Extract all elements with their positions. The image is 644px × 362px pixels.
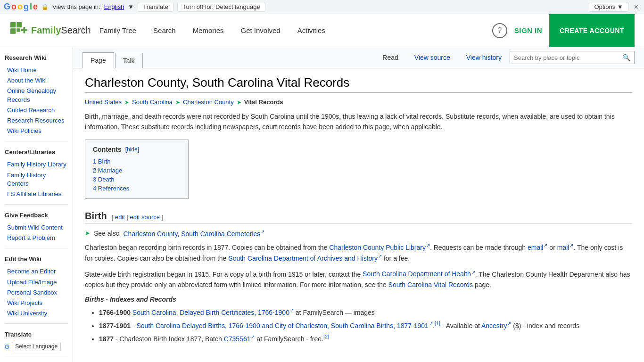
sidebar-item-family-history-library[interactable]: Family History Library — [5, 159, 68, 170]
sidebar-item-upload-file[interactable]: Upload File/Image — [5, 277, 68, 288]
language-link[interactable]: English — [104, 3, 124, 10]
main-content: Page Talk Read View source View history … — [73, 47, 644, 362]
main-header: FamilySearch Family Tree Search Memories… — [0, 14, 644, 47]
batch-link[interactable]: C735561 — [224, 335, 255, 343]
main-navigation: Family Tree Search Memories Get Involved… — [91, 15, 492, 46]
sidebar-give-feedback-title: Give Feedback — [5, 212, 68, 219]
nav-family-tree[interactable]: Family Tree — [91, 15, 145, 46]
sidebar-item-submit-wiki[interactable]: Submit Wiki Content — [5, 222, 68, 233]
see-also-label: See also — [94, 230, 119, 237]
page-title: Charleston County, South Carolina Vital … — [85, 75, 632, 93]
contents-title: Contents [hide] — [93, 146, 181, 153]
breadcrumb-sc[interactable]: South Carolina — [132, 99, 173, 106]
ref-2: [2] — [323, 334, 329, 339]
logo-link[interactable]: FamilySearch — [9, 21, 91, 40]
sidebar-item-wiki-university[interactable]: Wiki University — [5, 308, 68, 319]
contents-box: Contents [hide] 1 Birth 2 Marriage — [85, 140, 189, 199]
sidebar-divider-4 — [5, 323, 68, 324]
ancestry-link[interactable]: Ancestry — [481, 322, 511, 329]
contents-link-marriage[interactable]: 2 Marriage — [93, 167, 122, 174]
nav-activities[interactable]: Activities — [289, 15, 334, 46]
tab-talk[interactable]: Talk — [115, 53, 143, 68]
bullet-item-1877b: 1877 - Charleston Birth Index 1877, Batc… — [99, 333, 632, 344]
nav-search[interactable]: Search — [145, 15, 184, 46]
contents-link-references[interactable]: 4 References — [93, 185, 129, 192]
sc-delayed-births-link[interactable]: South Carolina Delayed Births, 1766-1900… — [136, 322, 432, 329]
wiki-search-area: 🔍 — [510, 51, 635, 64]
see-also-link[interactable]: Charleston County, South Carolina Cemete… — [123, 229, 264, 238]
translate-button[interactable]: Translate — [138, 2, 173, 12]
sidebar-item-report-problem[interactable]: Report a Problem — [5, 233, 68, 243]
birth-para-2: State-wide birth registration began in 1… — [85, 269, 632, 290]
wiki-tabs-bar: Page Talk Read View source View history … — [73, 47, 644, 68]
sidebar-item-wiki-policies[interactable]: Wiki Policies — [5, 126, 68, 136]
sc-health-link[interactable]: South Carolina Department of Health — [363, 270, 475, 278]
year-range-1766: 1766-1900 — [99, 309, 131, 316]
contents-link-birth[interactable]: 1 Birth — [93, 158, 111, 165]
mail-link[interactable]: mail — [557, 244, 574, 251]
options-button[interactable]: Options ▼ — [589, 2, 628, 12]
tab-page[interactable]: Page — [83, 52, 114, 68]
see-also-arrow: ➤ — [85, 230, 90, 237]
sidebar-item-guided-research[interactable]: Guided Research — [5, 105, 68, 115]
sidebar-item-fs-affiliate-libraries[interactable]: FS Affiliate Libraries — [5, 189, 68, 199]
contents-list: 1 Birth 2 Marriage 3 Death — [93, 157, 181, 193]
svg-rect-2 — [10, 28, 16, 33]
email-link[interactable]: email — [528, 244, 547, 251]
sidebar-item-become-editor[interactable]: Become an Editor — [5, 266, 68, 277]
google-g-icon: G — [5, 343, 9, 350]
sidebar-centers-title: Centers/Libraries — [5, 148, 68, 156]
bullet-item-1877: 1877-1901 - South Carolina Delayed Birth… — [99, 320, 632, 331]
sidebar-item-wiki-home[interactable]: Wiki Home — [5, 65, 68, 75]
sidebar-divider-3 — [5, 248, 68, 248]
contents-link-death[interactable]: 3 Death — [93, 176, 115, 183]
select-language-button[interactable]: Select Language — [12, 342, 61, 351]
create-account-button[interactable]: CREATE ACCOUNT — [549, 14, 635, 47]
sidebar-item-about-wiki[interactable]: About the Wiki — [5, 75, 68, 86]
contents-hide-link[interactable]: [hide] — [125, 146, 139, 153]
contents-item-references: 4 References — [93, 184, 181, 193]
charleston-library-link[interactable]: Charleston County Public Library — [329, 244, 430, 251]
wiki-search-button[interactable]: 🔍 — [619, 52, 634, 63]
contents-item-birth: 1 Birth — [93, 157, 181, 166]
header-actions: ? SIGN IN CREATE ACCOUNT — [492, 14, 635, 47]
nav-memories[interactable]: Memories — [184, 15, 232, 46]
action-view-history[interactable]: View history — [458, 49, 510, 66]
google-logo: Google — [4, 2, 38, 12]
view-page-label: View this page in: — [52, 3, 100, 10]
birth-edit-link[interactable]: edit — [115, 214, 125, 221]
sidebar-item-personal-sandbox[interactable]: Personal Sandbox — [5, 288, 68, 298]
birth-edit-source-link[interactable]: edit source — [130, 214, 160, 221]
sign-in-button[interactable]: SIGN IN — [514, 26, 542, 34]
action-view-source[interactable]: View source — [406, 49, 458, 66]
see-also: ➤ See also Charleston County, South Caro… — [85, 229, 632, 238]
sidebar-item-research-resources[interactable]: Research Resources — [5, 115, 68, 126]
nav-get-involved[interactable]: Get Involved — [232, 15, 289, 46]
close-translate-button[interactable]: × — [632, 3, 640, 11]
sidebar-translate-title: Translate — [5, 331, 68, 338]
lock-icon: 🔒 — [41, 4, 49, 10]
svg-rect-0 — [10, 22, 16, 27]
breadcrumb-us[interactable]: United States — [85, 99, 122, 106]
sidebar-item-wiki-projects[interactable]: Wiki Projects — [5, 298, 68, 308]
sidebar-divider-5 — [5, 356, 68, 356]
breadcrumb: United States ➤ South Carolina ➤ Charles… — [85, 99, 632, 106]
sc-vital-records-link[interactable]: South Carolina Vital Records — [388, 281, 473, 288]
birth-edit-links: [ edit | edit source ] — [112, 214, 164, 221]
sc-archives-link[interactable]: South Carolina Department of Archives an… — [228, 255, 382, 262]
sidebar-item-family-history-centers[interactable]: Family History Centers — [5, 170, 68, 189]
delayed-certs-link[interactable]: South Carolina, Delayed Birth Certificat… — [132, 309, 294, 316]
content-area: Charleston County, South Carolina Vital … — [73, 68, 644, 353]
sidebar-edit-wiki-title: Edit the Wiki — [5, 255, 68, 263]
turn-off-button[interactable]: Turn off for: Detect language — [177, 2, 265, 12]
wiki-search-input[interactable] — [510, 52, 619, 63]
contents-item-marriage: 2 Marriage — [93, 166, 181, 175]
action-read[interactable]: Read — [374, 49, 406, 66]
sidebar-divider-2 — [5, 204, 68, 205]
bullet-item-1766: 1766-1900 South Carolina, Delayed Birth … — [99, 307, 632, 318]
sidebar-item-online-genealogy[interactable]: Online Genealogy Records — [5, 86, 68, 105]
breadcrumb-charleston[interactable]: Charleston County — [183, 99, 234, 106]
intro-paragraph: Birth, marriage, and death records were … — [85, 111, 632, 132]
translate-bar: Google 🔒 View this page in: English▼ Tra… — [0, 0, 644, 14]
help-button[interactable]: ? — [492, 23, 507, 38]
